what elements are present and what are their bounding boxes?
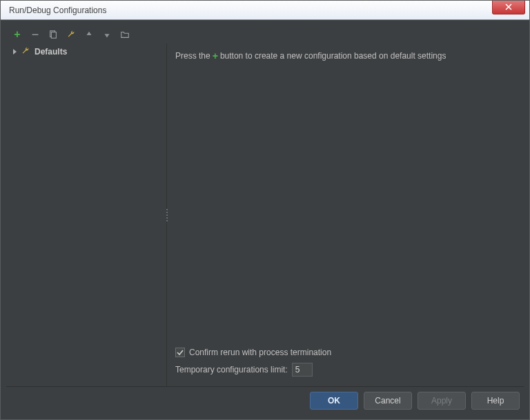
plus-icon: + xyxy=(213,50,218,61)
move-up-button[interactable] xyxy=(84,29,95,40)
apply-button[interactable]: Apply xyxy=(418,392,466,410)
main-panel: Press the + button to create a new confi… xyxy=(167,43,524,386)
expand-arrow-icon xyxy=(13,49,17,54)
empty-hint: Press the + button to create a new confi… xyxy=(175,50,516,61)
confirm-rerun-label: Confirm rerun with process termination xyxy=(189,348,331,357)
temp-limit-label: Temporary configurations limit: xyxy=(175,365,288,374)
remove-config-button[interactable]: − xyxy=(30,29,41,40)
hint-suffix: button to create a new configuration bas… xyxy=(220,51,446,61)
svg-rect-3 xyxy=(51,32,56,39)
tree-item-label: Defaults xyxy=(35,47,67,57)
splitter-handle[interactable] xyxy=(165,209,169,221)
config-toolbar: + − xyxy=(6,26,524,43)
wrench-icon xyxy=(21,46,30,58)
window-close-button[interactable] xyxy=(492,1,525,14)
hint-prefix: Press the xyxy=(175,51,210,61)
confirm-rerun-checkbox[interactable] xyxy=(175,348,185,357)
folder-button[interactable] xyxy=(119,29,130,40)
move-down-button[interactable] xyxy=(101,29,112,40)
edit-defaults-button[interactable] xyxy=(66,29,77,40)
help-button[interactable]: Help xyxy=(471,392,520,410)
window-titlebar: Run/Debug Configurations xyxy=(1,1,529,20)
close-icon xyxy=(505,3,512,10)
copy-config-button[interactable] xyxy=(48,29,59,40)
add-config-button[interactable]: + xyxy=(12,29,23,40)
tree-item-defaults[interactable]: Defaults xyxy=(6,45,166,59)
ok-button[interactable]: OK xyxy=(310,392,358,410)
temp-limit-input[interactable] xyxy=(292,363,313,377)
checkmark-icon xyxy=(177,349,184,356)
window-title: Run/Debug Configurations xyxy=(9,6,106,15)
config-tree-sidebar: Defaults xyxy=(6,43,167,386)
dialog-button-bar: OK Cancel Apply Help xyxy=(6,386,524,414)
cancel-button[interactable]: Cancel xyxy=(364,392,412,410)
